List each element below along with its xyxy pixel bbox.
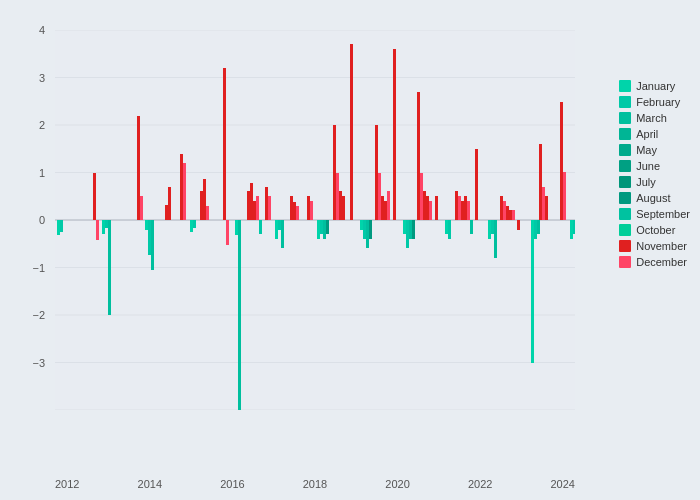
svg-rect-66 xyxy=(387,191,390,220)
svg-rect-97 xyxy=(560,102,563,220)
svg-rect-45 xyxy=(310,201,313,220)
svg-rect-57 xyxy=(326,220,329,234)
svg-rect-78 xyxy=(445,220,448,234)
legend-label-april: April xyxy=(636,128,658,140)
legend-label-december: December xyxy=(636,256,687,268)
svg-rect-103 xyxy=(537,220,540,234)
y-label-neg2: −2 xyxy=(32,309,45,321)
svg-rect-54 xyxy=(339,191,342,220)
svg-rect-9 xyxy=(57,220,60,235)
legend-label-october: October xyxy=(636,224,675,236)
legend-item-september: September xyxy=(619,208,690,220)
chart-container: 4 3 2 1 0 −1 −2 −3 xyxy=(0,0,700,500)
y-label-1: 1 xyxy=(39,167,45,179)
legend-color-november xyxy=(619,240,631,252)
legend-item-may: May xyxy=(619,144,690,156)
x-label-2012: 2012 xyxy=(55,478,79,490)
svg-rect-33 xyxy=(238,220,241,410)
legend-color-december xyxy=(619,256,631,268)
svg-rect-80 xyxy=(475,149,478,220)
svg-rect-30 xyxy=(203,179,206,220)
y-label-neg1: −1 xyxy=(32,262,45,274)
svg-rect-50 xyxy=(320,220,323,234)
y-axis: 4 3 2 1 0 −1 −2 −3 xyxy=(0,30,50,410)
x-axis: 2012 2014 2016 2018 2020 2022 2024 xyxy=(55,478,575,490)
legend-color-february xyxy=(619,96,631,108)
svg-rect-63 xyxy=(378,173,381,220)
svg-rect-87 xyxy=(488,220,491,239)
svg-rect-32 xyxy=(235,220,238,235)
svg-rect-37 xyxy=(250,183,253,220)
svg-rect-49 xyxy=(317,220,320,239)
legend-label-august: August xyxy=(636,192,670,204)
svg-rect-23 xyxy=(165,205,168,220)
svg-rect-105 xyxy=(573,220,575,234)
svg-rect-26 xyxy=(226,220,229,245)
svg-rect-61 xyxy=(393,49,396,220)
svg-rect-39 xyxy=(256,196,259,220)
svg-rect-24 xyxy=(168,187,171,220)
legend-item-february: February xyxy=(619,96,690,108)
y-label-2: 2 xyxy=(39,119,45,131)
chart-legend: January February March April May June Ju… xyxy=(619,80,690,268)
svg-rect-94 xyxy=(509,210,512,220)
svg-rect-69 xyxy=(406,220,409,248)
legend-item-december: December xyxy=(619,256,690,268)
svg-rect-64 xyxy=(381,196,384,220)
svg-rect-47 xyxy=(293,202,296,220)
legend-item-august: August xyxy=(619,192,690,204)
svg-rect-31 xyxy=(206,206,209,220)
svg-rect-18 xyxy=(145,220,148,230)
svg-rect-68 xyxy=(403,220,406,234)
legend-item-november: November xyxy=(619,240,690,252)
svg-rect-98 xyxy=(563,172,566,220)
svg-rect-46 xyxy=(290,196,293,220)
legend-label-july: July xyxy=(636,176,656,188)
svg-rect-82 xyxy=(458,196,461,220)
svg-rect-20 xyxy=(151,220,154,270)
svg-rect-17 xyxy=(140,196,143,220)
svg-rect-65 xyxy=(384,201,387,220)
legend-item-march: March xyxy=(619,112,690,124)
svg-rect-84 xyxy=(464,196,467,220)
svg-rect-60 xyxy=(366,220,369,248)
svg-rect-102 xyxy=(534,220,537,239)
svg-rect-42 xyxy=(278,220,281,230)
legend-label-may: May xyxy=(636,144,657,156)
legend-item-june: June xyxy=(619,160,690,172)
bar-chart-svg xyxy=(55,30,575,410)
svg-rect-67 xyxy=(369,220,372,239)
svg-rect-76 xyxy=(429,201,432,220)
svg-rect-28 xyxy=(193,220,196,228)
svg-rect-86 xyxy=(470,220,473,234)
x-label-2020: 2020 xyxy=(385,478,409,490)
svg-rect-14 xyxy=(105,220,108,228)
legend-label-june: June xyxy=(636,160,660,172)
svg-rect-58 xyxy=(360,220,363,230)
legend-label-march: March xyxy=(636,112,667,124)
svg-rect-71 xyxy=(435,196,438,220)
svg-rect-41 xyxy=(275,220,278,239)
svg-rect-19 xyxy=(148,220,151,255)
svg-rect-70 xyxy=(409,220,412,239)
svg-rect-36 xyxy=(247,191,250,220)
svg-rect-85 xyxy=(467,201,470,220)
svg-rect-56 xyxy=(323,220,326,239)
svg-rect-44 xyxy=(307,196,310,220)
svg-rect-55 xyxy=(342,196,345,220)
svg-rect-89 xyxy=(494,220,497,258)
svg-rect-62 xyxy=(375,125,378,220)
svg-rect-35 xyxy=(268,196,271,220)
legend-item-january: January xyxy=(619,80,690,92)
y-label-neg3: −3 xyxy=(32,357,45,369)
legend-item-october: October xyxy=(619,224,690,236)
svg-rect-51 xyxy=(350,44,353,220)
svg-rect-59 xyxy=(363,220,366,239)
svg-rect-93 xyxy=(506,206,509,220)
legend-item-april: April xyxy=(619,128,690,140)
legend-color-october xyxy=(619,224,631,236)
legend-label-november: November xyxy=(636,240,687,252)
svg-rect-13 xyxy=(102,220,105,234)
svg-rect-91 xyxy=(500,196,503,220)
svg-rect-15 xyxy=(108,220,111,315)
